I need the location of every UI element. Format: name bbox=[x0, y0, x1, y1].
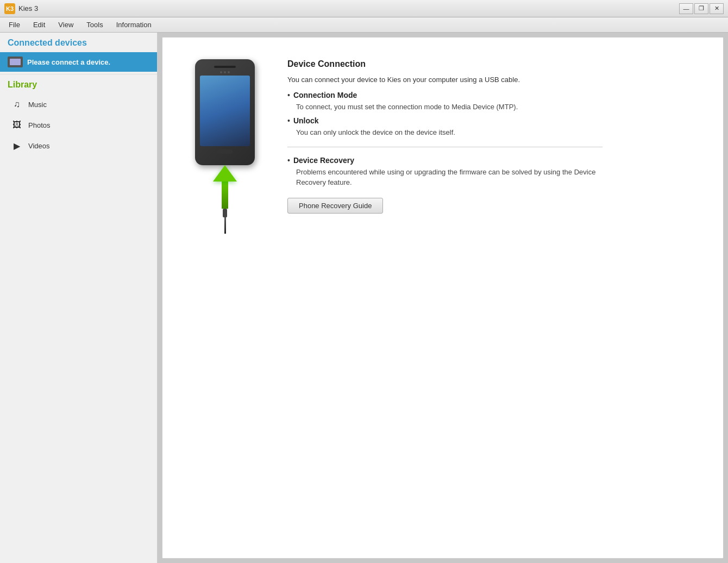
unlock-text: You can only unlock the device on the de… bbox=[296, 127, 603, 138]
connection-mode-header: • Connection Mode bbox=[287, 91, 603, 99]
cable-plug bbox=[223, 209, 227, 217]
bullet-dot-3: • bbox=[287, 156, 290, 165]
sidebar-item-music[interactable]: ♫ Music bbox=[0, 94, 157, 115]
unlock-section: • Unlock You can only unlock the device … bbox=[287, 116, 603, 138]
menu-information[interactable]: Information bbox=[110, 18, 158, 31]
bullet-dot-2: • bbox=[287, 116, 290, 125]
phone-home-button bbox=[217, 149, 233, 154]
menu-view[interactable]: View bbox=[52, 18, 80, 31]
window-controls: — ❐ ✕ bbox=[679, 3, 724, 14]
unlock-label: Unlock bbox=[293, 116, 319, 125]
menu-edit[interactable]: Edit bbox=[27, 18, 52, 31]
phone-speaker bbox=[214, 66, 236, 68]
photos-icon: 🖼 bbox=[11, 119, 23, 131]
device-connection-desc: You can connect your device to Kies on y… bbox=[287, 74, 603, 85]
arrow-shaft bbox=[222, 182, 228, 209]
info-panel: Device Connection You can connect your d… bbox=[287, 59, 603, 214]
sidebar-item-photos[interactable]: 🖼 Photos bbox=[0, 115, 157, 135]
device-recovery-section: • Device Recovery Problems encountered w… bbox=[287, 156, 603, 188]
device-recovery-header: • Device Recovery bbox=[287, 156, 603, 165]
phone-illustration bbox=[195, 59, 255, 234]
divider bbox=[287, 147, 603, 147]
device-item[interactable]: Please connect a device. bbox=[0, 52, 157, 72]
connected-devices-header: Connected devices bbox=[0, 33, 157, 52]
phone-dots bbox=[220, 71, 230, 73]
videos-label: Videos bbox=[28, 142, 50, 150]
menu-tools[interactable]: Tools bbox=[80, 18, 109, 31]
music-icon: ♫ bbox=[11, 98, 23, 110]
device-recovery-label: Device Recovery bbox=[293, 156, 354, 165]
device-icon bbox=[8, 57, 23, 67]
connection-mode-section: • Connection Mode To connect, you must s… bbox=[287, 91, 603, 112]
phone-dot bbox=[220, 71, 222, 73]
phone-dot bbox=[224, 71, 226, 73]
phone-dot bbox=[228, 71, 230, 73]
minimize-button[interactable]: — bbox=[679, 3, 693, 14]
menu-file[interactable]: File bbox=[2, 18, 27, 31]
videos-icon: ▶ bbox=[11, 140, 23, 152]
content-inner: Device Connection You can connect your d… bbox=[195, 59, 603, 234]
unlock-header: • Unlock bbox=[287, 116, 603, 125]
title-bar-left: K3 Kies 3 bbox=[4, 3, 38, 14]
connection-mode-text: To connect, you must set the connection … bbox=[296, 102, 603, 112]
device-label: Please connect a device. bbox=[27, 58, 110, 66]
music-label: Music bbox=[28, 101, 47, 109]
app-icon: K3 bbox=[4, 3, 15, 14]
library-header: Library bbox=[0, 74, 157, 94]
phone-screen bbox=[200, 76, 250, 146]
cable-area bbox=[213, 165, 237, 234]
menu-bar: File Edit View Tools Information bbox=[0, 17, 728, 33]
device-recovery-text: Problems encountered while using or upgr… bbox=[296, 167, 603, 188]
device-connection-title: Device Connection bbox=[287, 59, 603, 69]
phone-body bbox=[195, 59, 255, 165]
sidebar: Connected devices Please connect a devic… bbox=[0, 33, 158, 563]
photos-label: Photos bbox=[28, 121, 50, 129]
content-area: Device Connection You can connect your d… bbox=[162, 37, 724, 559]
connection-mode-label: Connection Mode bbox=[293, 91, 357, 99]
title-bar: K3 Kies 3 — ❐ ✕ bbox=[0, 0, 728, 17]
close-button[interactable]: ✕ bbox=[710, 3, 724, 14]
main-container: Connected devices Please connect a devic… bbox=[0, 33, 728, 563]
app-title: Kies 3 bbox=[18, 4, 38, 12]
bullet-dot: • bbox=[287, 91, 290, 99]
phone-recovery-guide-button[interactable]: Phone Recovery Guide bbox=[287, 198, 383, 214]
sidebar-item-videos[interactable]: ▶ Videos bbox=[0, 135, 157, 156]
arrow-up-icon bbox=[213, 165, 237, 182]
cable-wire bbox=[224, 217, 226, 234]
restore-button[interactable]: ❐ bbox=[694, 3, 708, 14]
